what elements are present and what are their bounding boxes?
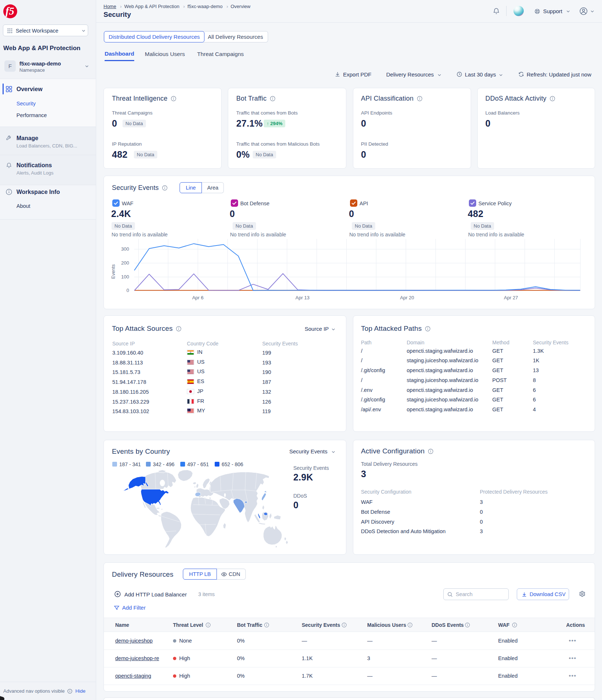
- svg-text:f5: f5: [5, 5, 14, 17]
- svg-text:0: 0: [127, 288, 129, 293]
- svg-text:Apr 27: Apr 27: [504, 295, 518, 300]
- svg-text:Events: Events: [110, 264, 116, 279]
- svg-text:Apr 6: Apr 6: [192, 295, 203, 300]
- svg-text:300: 300: [121, 246, 129, 252]
- svg-text:200: 200: [121, 260, 129, 266]
- svg-text:100: 100: [121, 274, 129, 280]
- svg-text:Apr 13: Apr 13: [296, 295, 309, 300]
- svg-text:Apr 20: Apr 20: [400, 295, 414, 300]
